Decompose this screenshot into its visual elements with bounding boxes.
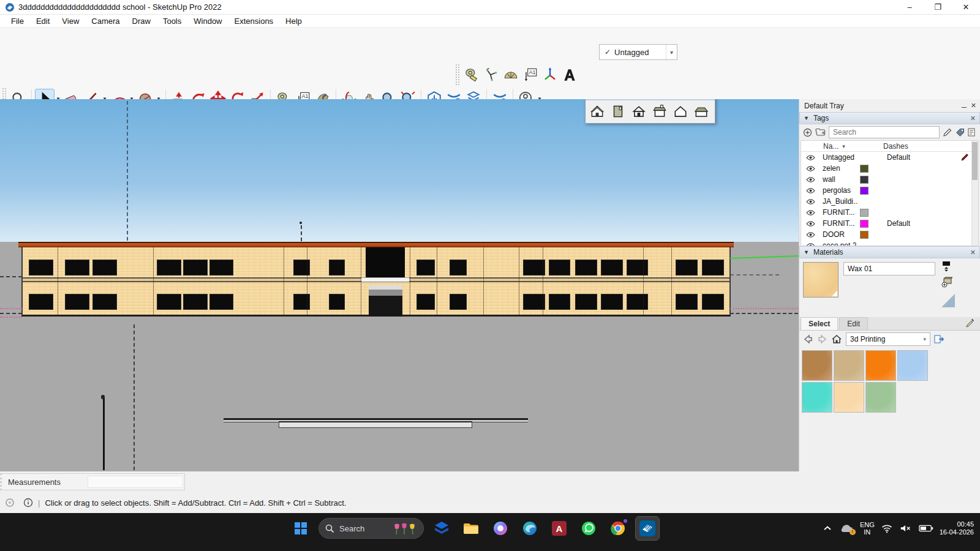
dashes-column-header[interactable]: Dashes [883,142,908,151]
tag-row[interactable]: JA_Buildi... [801,196,978,207]
autocad-taskbar-button[interactable]: A [548,517,571,540]
secondary-pane-icon[interactable] [941,261,951,272]
home-icon[interactable] [831,334,842,344]
tags-search-input[interactable] [829,126,940,138]
collection-details-icon[interactable] [934,334,944,344]
tray-titlebar[interactable]: Default Tray ⚊ ✕ [799,99,980,112]
axes-tool-button[interactable] [540,65,560,84]
menu-camera[interactable]: Camera [85,15,126,27]
visibility-eye-icon[interactable] [806,220,815,227]
onedrive-icon[interactable]: ! [839,523,854,534]
materials-close-icon[interactable]: ✕ [970,249,976,257]
tag-color-swatch[interactable] [860,165,869,173]
geolocation-icon[interactable] [5,498,15,508]
menu-draw[interactable]: Draw [126,15,157,27]
visibility-eye-icon[interactable] [806,242,815,247]
name-column-header[interactable]: Na... [823,142,839,151]
sample-paint-eyedropper-icon[interactable] [965,318,975,328]
materials-section-header[interactable]: ▼ Materials ✕ [799,246,980,258]
tags-scrollbar[interactable] [971,141,978,246]
back-arrow-icon[interactable] [803,334,813,344]
chrome-taskbar-button[interactable] [606,517,630,540]
active-tag-combobox[interactable]: ✓ Untagged ▾ [599,44,677,60]
chevron-down-icon[interactable]: ▾ [666,45,677,59]
tag-dashes[interactable]: Default [887,153,948,162]
school-building-model[interactable] [21,242,731,318]
tag-row[interactable]: DOOR [801,229,978,240]
menu-window[interactable]: Window [187,15,228,27]
add-tag-icon[interactable] [803,128,812,137]
sketchup-layers-taskbar-button[interactable] [430,517,453,540]
sketchup-active-taskbar-button[interactable] [636,517,659,540]
protractor-tool-button[interactable] [501,65,521,84]
tag-color-swatch[interactable] [860,187,869,195]
material-swatch[interactable] [834,382,864,413]
menu-help[interactable]: Help [279,15,308,27]
material-swatch[interactable] [865,382,896,413]
axes-guide-tool-button[interactable] [481,65,501,84]
tag-row[interactable]: ceco net 2 [801,240,978,246]
tag-color-swatch[interactable] [860,220,869,228]
copilot-taskbar-button[interactable] [489,517,512,540]
measurements-value-box[interactable] [88,476,183,488]
scrollbar-thumb[interactable] [972,142,978,180]
visibility-eye-icon[interactable] [806,154,815,161]
tape-measure-tool-button[interactable] [462,65,481,84]
tag-row[interactable]: zelen [801,163,978,174]
edit-pencil-icon[interactable] [943,128,952,137]
menu-file[interactable]: File [5,15,30,27]
tab-select[interactable]: Select [801,317,838,330]
right-view-button[interactable] [692,102,710,120]
edge-taskbar-button[interactable] [518,517,541,540]
top-view-button[interactable] [609,102,627,120]
menu-view[interactable]: View [56,15,85,27]
tags-close-icon[interactable]: ✕ [970,114,976,122]
material-collection-combobox[interactable]: 3d Printing ▾ [846,332,930,346]
battery-icon[interactable] [919,523,933,533]
material-swatch[interactable] [865,350,896,381]
tag-row[interactable]: pergolas [801,185,978,196]
collapse-triangle-icon[interactable]: ▼ [804,249,809,255]
toolbar-drag-handle[interactable] [456,64,459,85]
material-swatch[interactable] [834,350,864,381]
back-view-button[interactable] [650,102,668,120]
visibility-eye-icon[interactable] [806,198,815,205]
material-swatch[interactable] [897,350,928,381]
menu-tools[interactable]: Tools [157,15,187,27]
tag-color-swatch[interactable] [860,176,869,184]
tray-chevron-up-icon[interactable] [822,523,833,534]
wifi-icon[interactable] [881,523,893,534]
whatsapp-taskbar-button[interactable] [577,517,600,540]
tag-color-swatch[interactable] [860,209,869,217]
edit-pencil-icon[interactable] [961,153,970,161]
tag-row[interactable]: FURNIT... [801,207,978,218]
visibility-eye-icon[interactable] [806,176,815,183]
tag-row[interactable]: FURNIT...Default [801,218,978,229]
tag-details-icon[interactable] [968,128,976,137]
tab-edit[interactable]: Edit [839,317,868,330]
in-model-materials-icon[interactable] [941,294,955,307]
restore-button[interactable]: ❐ [924,0,952,14]
visibility-eye-icon[interactable] [806,231,815,238]
tray-close-icon[interactable]: ✕ [971,102,976,110]
menu-extensions[interactable]: Extensions [228,15,280,27]
visibility-eye-icon[interactable] [806,187,815,194]
create-material-icon[interactable] [941,277,952,288]
volume-muted-icon[interactable] [899,523,913,534]
views-palette[interactable]: Views ✕ [585,99,715,124]
collapse-triangle-icon[interactable]: ▼ [804,115,809,121]
info-icon[interactable] [23,498,33,508]
start-button[interactable] [289,517,312,540]
tag-label-icon[interactable] [956,128,965,137]
tag-row[interactable]: wall [801,174,978,185]
iso-view-button[interactable] [588,102,606,120]
visibility-eye-icon[interactable] [806,165,815,172]
tag-row[interactable]: UntaggedDefault [801,152,978,163]
material-swatch[interactable] [802,382,832,413]
material-swatch[interactable] [802,350,832,381]
model-viewport[interactable]: Views ✕ [0,99,799,471]
file-explorer-taskbar-button[interactable] [459,517,483,540]
text-tool-button[interactable]: A1 [521,65,540,84]
forward-arrow-icon[interactable] [817,334,827,344]
tags-section-header[interactable]: ▼ Tags ✕ [799,112,980,124]
